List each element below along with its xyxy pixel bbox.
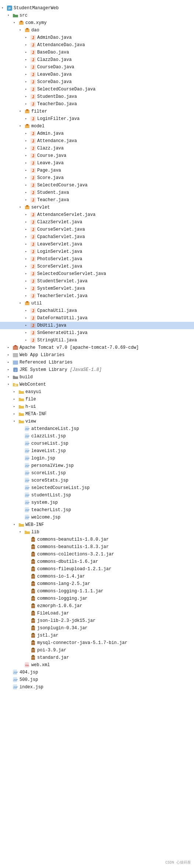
expand-arrow[interactable] [19,515,24,520]
expand-arrow[interactable] [19,464,24,468]
expand-arrow[interactable] [25,65,29,69]
expand-arrow[interactable] [25,611,29,616]
expand-arrow[interactable] [25,316,29,320]
expand-arrow[interactable] [7,375,12,379]
expand-arrow[interactable] [7,368,12,372]
expand-arrow[interactable] [25,43,29,47]
expand-arrow[interactable] [25,80,29,84]
expand-arrow[interactable] [25,154,29,158]
tree-item-easyui[interactable]: easyui [0,388,194,396]
tree-item-index.jsp[interactable]: JSP index.jsp [0,683,194,691]
tree-item-standard.jar[interactable]: standard.jar [0,654,194,661]
expand-arrow[interactable] [25,286,29,291]
expand-arrow[interactable] [13,412,18,416]
expand-arrow[interactable] [25,559,29,564]
expand-arrow[interactable] [19,301,24,306]
tree-item-WEB-INF[interactable]: WEB-INF [0,521,194,528]
tree-item-AttendanceDao.java[interactable]: J AttendanceDao.java [0,41,194,49]
tree-item-LoginFilter.java[interactable]: J LoginFilter.java [0,115,194,123]
expand-arrow[interactable] [25,50,29,55]
expand-arrow[interactable] [25,58,29,62]
expand-arrow[interactable] [25,264,29,269]
expand-arrow[interactable] [25,139,29,143]
expand-arrow[interactable] [7,685,12,689]
expand-arrow[interactable] [19,530,24,534]
expand-arrow[interactable] [25,183,29,187]
expand-arrow[interactable] [25,545,29,549]
expand-arrow[interactable] [25,537,29,542]
expand-arrow[interactable] [25,294,29,298]
expand-arrow[interactable] [7,382,12,387]
expand-arrow[interactable] [7,345,12,350]
tree-item-lib[interactable]: lib [0,528,194,536]
expand-arrow[interactable] [25,596,29,601]
tree-item-commons-beanutils-1.8.3.jar[interactable]: commons-beanutils-1.8.3.jar [0,543,194,551]
expand-arrow[interactable] [25,198,29,202]
tree-item-Score.java[interactable]: J Score.java [0,174,194,182]
tree-item-web.xml[interactable]: XML web.xml [0,661,194,669]
tree-item-commons-collections-3.2.1.jar[interactable]: commons-collections-3.2.1.jar [0,551,194,558]
tree-item-ScoreDao.java[interactable]: J ScoreDao.java [0,78,194,86]
tree-item-commons-logging.jar[interactable]: commons-logging.jar [0,595,194,602]
expand-arrow[interactable] [7,678,12,682]
tree-item-AttendanceServlet.java[interactable]: J AttendanceServlet.java [0,211,194,218]
tree-item-ScoreServlet.java[interactable]: J ScoreServlet.java [0,263,194,270]
expand-arrow[interactable] [25,161,29,165]
expand-arrow[interactable] [13,21,18,25]
tree-item-SnGenerateUtil.java[interactable]: J SnGenerateUtil.java [0,329,194,337]
tree-item-Leave.java[interactable]: J Leave.java [0,159,194,167]
tree-item-commons-fileupload-1.2.1.jar[interactable]: commons-fileupload-1.2.1.jar [0,565,194,573]
expand-arrow[interactable] [7,13,12,18]
expand-arrow[interactable] [25,87,29,92]
tree-item-jstl.jar[interactable]: jstl.jar [0,632,194,639]
expand-arrow[interactable] [25,146,29,151]
expand-arrow[interactable] [25,72,29,77]
expand-arrow[interactable] [25,235,29,239]
tree-item-filter[interactable]: filter [0,108,194,115]
expand-arrow[interactable] [25,552,29,557]
tree-item-file[interactable]: file [0,396,194,403]
tree-item-dao[interactable]: dao [0,27,194,34]
expand-arrow[interactable] [19,471,24,475]
tree-item-commons-lang-2.5.jar[interactable]: commons-lang-2.5.jar [0,580,194,588]
expand-arrow[interactable] [25,323,29,328]
expand-arrow[interactable] [19,508,24,512]
tree-item-TeacherDao.java[interactable]: J TeacherDao.java [0,100,194,108]
expand-arrow[interactable] [19,434,24,438]
tree-item-h-ui[interactable]: h-ui [0,403,194,410]
tree-item-FileLoad.jar[interactable]: FileLoad.jar [0,610,194,617]
tree-item-model[interactable]: model [0,123,194,130]
tree-item-src[interactable]: src [0,12,194,19]
tree-item-commons-dbutils-1.6.jar[interactable]: commons-dbutils-1.6.jar [0,558,194,565]
tree-item-root[interactable]: P StudentManagerWeb [0,4,194,12]
expand-arrow[interactable] [25,227,29,232]
tree-item-SelectedCourse.java[interactable]: J SelectedCourse.java [0,182,194,189]
tree-item-mysql-connector-java-5.1.7-bin.jar[interactable]: mysql-connector-java-5.1.7-bin.jar [0,639,194,647]
expand-arrow[interactable] [19,456,24,461]
expand-arrow[interactable] [25,309,29,313]
tree-item-welcome.jsp[interactable]: JSP welcome.jsp [0,514,194,521]
tree-item-WebAppLibraries[interactable]: Web App Libraries [0,351,194,359]
tree-item-view[interactable]: view [0,418,194,425]
expand-arrow[interactable] [19,486,24,490]
tree-item-WebContent[interactable]: W WebContent [0,381,194,388]
expand-arrow[interactable] [19,28,24,32]
tree-item-DbUtil.java[interactable]: J DbUtil.java [0,322,194,329]
tree-item-Page.java[interactable]: J Page.java [0,167,194,174]
expand-arrow[interactable] [25,604,29,608]
expand-arrow[interactable] [25,94,29,99]
expand-arrow[interactable] [13,397,18,402]
tree-item-poi-3.9.jar[interactable]: poi-3.9.jar [0,647,194,654]
expand-arrow[interactable] [25,117,29,121]
tree-item-TeacherServlet.java[interactable]: J TeacherServlet.java [0,292,194,300]
tree-item-META-INF[interactable]: META-INF [0,410,194,418]
tree-item-teacherList.jsp[interactable]: JSP teacherList.jsp [0,506,194,514]
expand-arrow[interactable] [19,500,24,505]
tree-item-BaseDao.java[interactable]: J BaseDao.java [0,49,194,56]
expand-arrow[interactable] [25,257,29,261]
tree-item-PhotoServlet.java[interactable]: J PhotoServlet.java [0,255,194,263]
expand-arrow[interactable] [25,168,29,173]
expand-arrow[interactable] [13,419,18,424]
expand-arrow[interactable] [25,220,29,224]
tree-item-com.xymy[interactable]: com.xymy [0,19,194,27]
